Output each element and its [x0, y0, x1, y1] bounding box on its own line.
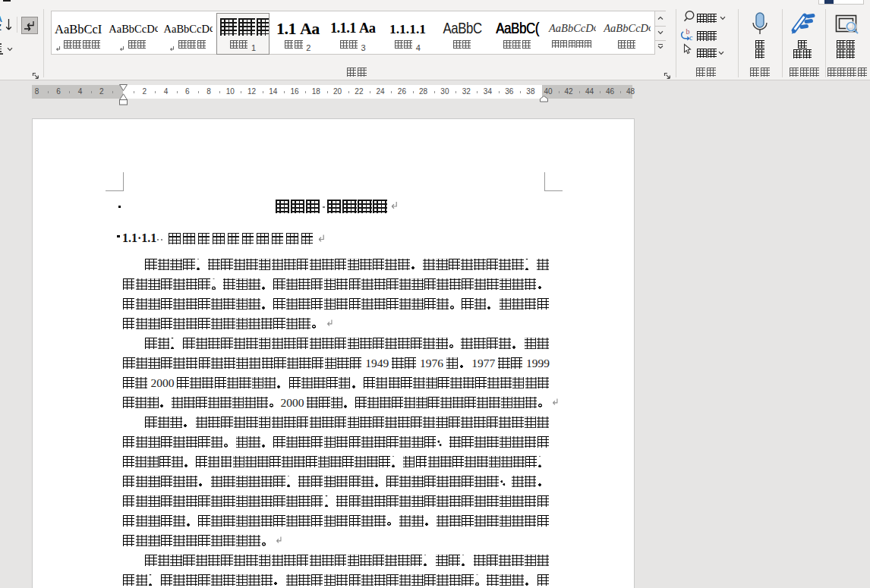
- svg-text:c: c: [689, 33, 693, 42]
